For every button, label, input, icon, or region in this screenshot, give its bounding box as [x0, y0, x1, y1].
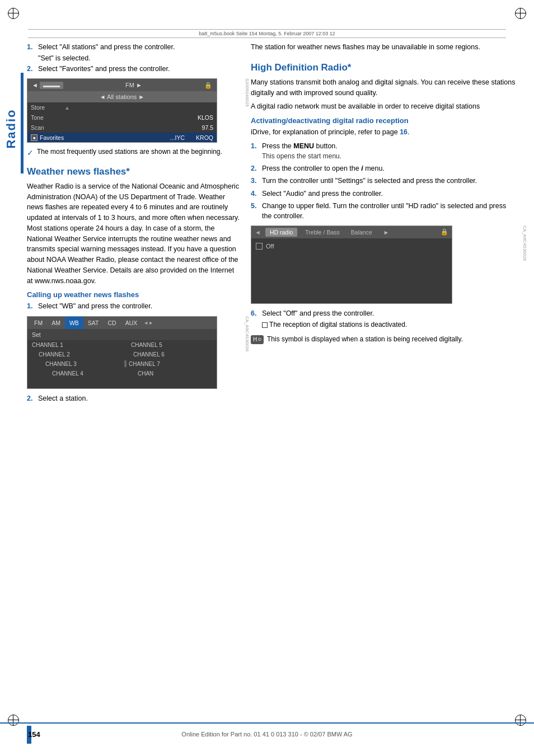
hd-screen-header: ◄ HD radio Treble / Bass Balance ► 🔒: [251, 226, 452, 238]
step1-text: Select "All stations" and press the cont…: [38, 42, 175, 52]
step1b-text: "Set" is selected.: [27, 54, 240, 62]
two-col-layout: 1. Select "All stations" and press the c…: [27, 42, 517, 406]
page-container: ba8_m5us.book Seite 154 Montag, 5. Febru…: [0, 0, 534, 756]
left-column: 1. Select "All stations" and press the c…: [27, 42, 240, 406]
hd-note-text: This symbol is displayed when a station …: [267, 335, 463, 344]
fm-row-store: Store ▲: [27, 102, 217, 112]
step2-num: 2.: [27, 64, 35, 74]
fm-screen-side-note: S2005S40025: [245, 78, 250, 107]
sidebar-radio: Radio: [0, 73, 22, 185]
hd-step5-num: 5.: [251, 201, 259, 221]
page-number: 154: [28, 730, 40, 739]
fm-screen-wrapper: ◄ ▬▬▬ FM ► 🔒 ◄ All stations ► Store ▲ To…: [27, 78, 240, 143]
step1-item: 1. Select "All stations" and press the c…: [27, 42, 240, 52]
wb-channel-grid: CHANNEL 1 CHANNEL 5 CHANNEL 2 CHANNEL 6 …: [27, 340, 217, 378]
hd-body2: A digital radio network must be availabl…: [251, 101, 517, 112]
blue-accent-bar: [21, 73, 24, 173]
step1-list: 1. Select "All stations" and press the c…: [27, 42, 240, 52]
wb-ch3: CHANNEL 3: [27, 359, 122, 369]
wb-ch1: CHANNEL 1: [27, 340, 122, 350]
hd-step4: 4. Select "Audio" and press the controll…: [251, 189, 517, 199]
reg-mark-tr: [515, 8, 526, 19]
hd-step6-list: 6. Select "Off" and press the controller…: [251, 308, 517, 330]
hd-steps-list: 1. Press the MENU button.This opens the …: [251, 141, 517, 221]
fm-header-right: 🔒: [204, 82, 212, 89]
calling-up-step1: 1. Select "WB" and press the controller.: [27, 301, 240, 311]
wb-ch2: CHANNEL 2: [27, 350, 122, 359]
wb-ch7-row: CHANNEL 7: [122, 359, 217, 369]
hd-icon: HD: [251, 335, 264, 344]
hd-screen: ◄ HD radio Treble / Bass Balance ► 🔒 Off: [251, 226, 452, 304]
weather-section: Weather news flashes* Weather Radio is a…: [27, 166, 240, 287]
right-column: The station for weather news flashes may…: [251, 42, 517, 406]
wb-ch7: CHANNEL 7: [124, 359, 165, 369]
file-info-bar: ba8_m5us.book Seite 154 Montag, 5. Febru…: [28, 29, 506, 38]
hd-body1: Many stations transmit both analog and d…: [251, 77, 517, 98]
hd-tab-treble: Treble / Bass: [302, 228, 343, 237]
weather-section-title: Weather news flashes*: [27, 166, 240, 178]
wb-set-row: Set: [27, 329, 217, 340]
reg-mark-tl: [8, 8, 19, 19]
fm-subheader: ◄ All stations ►: [27, 91, 217, 102]
wb-header: FM AM WB SAT CD AUX ◄►: [27, 317, 217, 329]
hd-step5: 5. Change to upper field. Turn the contr…: [251, 201, 517, 221]
hd-step2: 2. Press the controller to open the i me…: [251, 163, 517, 173]
step2-select-item: 2. Select a station.: [27, 393, 240, 403]
hd-step6-main: Select "Off" and press the controller.: [262, 308, 407, 318]
fm-row-favorites: ■ Favorites ...IYC KROQ: [27, 133, 217, 143]
note-icon: ✓: [27, 148, 34, 159]
footer-text: Online Edition for Part no. 01 41 0 013 …: [181, 731, 352, 738]
file-info-text: ba8_m5us.book Seite 154 Montag, 5. Febru…: [199, 31, 335, 36]
fm-header: ◄ ▬▬▬ FM ► 🔒: [27, 79, 217, 91]
wb-ch4: CHANNEL 4: [27, 369, 122, 378]
hd-step6-content: Select "Off" and press the controller. T…: [262, 308, 407, 330]
calling-up-step1-num: 1.: [27, 301, 35, 311]
hd-step6-sub: The reception of digital stations is dea…: [262, 320, 407, 330]
hd-title: High Definition Radio*: [251, 62, 517, 74]
hd-tab-arrow: ►: [380, 228, 392, 237]
note-box: ✓ The most frequently used stations are …: [27, 147, 240, 159]
hd-step6-num: 6.: [251, 308, 259, 330]
hd-step4-text: Select "Audio" and press the controller.: [262, 189, 383, 199]
fm-screen: ◄ ▬▬▬ FM ► 🔒 ◄ All stations ► Store ▲ To…: [27, 78, 217, 143]
hd-screen-body: Off: [251, 238, 452, 254]
wb-chan: CHAN: [122, 369, 217, 378]
step1-num: 1.: [27, 42, 35, 52]
hd-screen-side-note: CA_A9C4S30028: [522, 226, 527, 261]
step2-select-num: 2.: [27, 393, 35, 403]
calling-up-section: Calling up weather news flashes 1. Selec…: [27, 290, 240, 311]
weather-note: The station for weather news flashes may…: [251, 42, 517, 53]
hd-screen-wrapper: ◄ HD radio Treble / Bass Balance ► 🔒 Off: [251, 226, 517, 304]
step2-text: Select "Favorites" and press the control…: [38, 64, 170, 74]
hd-section: High Definition Radio* Many stations tra…: [251, 62, 517, 221]
fm-row-scan: Scan 97.5: [27, 123, 217, 133]
step2-select-text: Select a station.: [38, 393, 88, 403]
calling-up-step1-text: Select "WB" and press the controller.: [38, 301, 152, 311]
main-content: 1. Select "All stations" and press the c…: [27, 42, 517, 711]
fm-header-left: ◄ ▬▬▬: [32, 82, 63, 88]
wb-screen-side-note: CA_A9C4S30026: [245, 316, 250, 351]
weather-body: Weather Radio is a service of the Nation…: [27, 181, 240, 287]
hd-step2-text: Press the controller to open the i menu.: [262, 163, 385, 173]
note-text: The most frequently used stations are sh…: [37, 147, 222, 157]
fm-header-center: FM ►: [125, 82, 142, 88]
hd-step1: 1. Press the MENU button.This opens the …: [251, 141, 517, 162]
hd-step3: 3. Turn the controller until "Settings" …: [251, 176, 517, 186]
step2-list: 2. Select "Favorites" and press the cont…: [27, 64, 240, 74]
footer: 154 Online Edition for Part no. 01 41 0 …: [0, 722, 534, 745]
fm-row-tone: Tone KLOS: [27, 112, 217, 123]
hd-tab-active: HD radio: [265, 228, 297, 237]
hd-note-box: HD This symbol is displayed when a stati…: [251, 335, 517, 344]
hd-body3: iDrive, for explanation of principle, re…: [251, 127, 517, 138]
hd-page-ref: 16: [400, 128, 407, 136]
hd-step1-num: 1.: [251, 141, 259, 162]
menu-bold: MENU: [293, 142, 314, 150]
wb-screen: FM AM WB SAT CD AUX ◄► Set CHANNEL 1 CHA…: [27, 316, 217, 389]
sidebar-label: Radio: [4, 109, 18, 148]
calling-up-title: Calling up weather news flashes: [27, 290, 240, 299]
hd-activating-title: Activating/deactivating digital radio re…: [251, 116, 517, 125]
hd-step5-text: Change to upper field. Turn the controll…: [262, 201, 517, 221]
wb-ch5: CHANNEL 5: [122, 340, 217, 350]
step1-container: 1. Select "All stations" and press the c…: [27, 42, 240, 74]
hd-symbol-note: HD: [251, 335, 264, 344]
